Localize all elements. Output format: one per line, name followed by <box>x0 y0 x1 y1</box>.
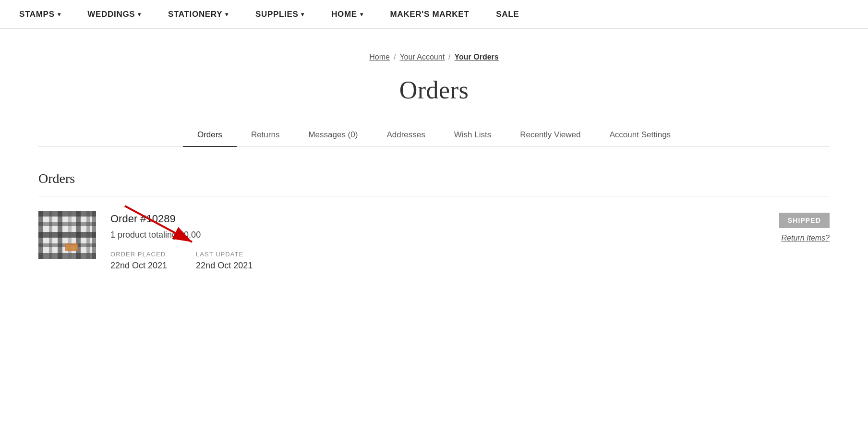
order-placed-label: ORDER PLACED <box>110 251 167 258</box>
nav-stamps-label: STAMPS <box>19 10 55 19</box>
tab-addresses[interactable]: Addresses <box>372 123 439 146</box>
nav-stationery[interactable]: STATIONERY ▾ <box>155 10 242 19</box>
svg-rect-8 <box>38 211 43 259</box>
tab-wish-lists[interactable]: Wish Lists <box>440 123 506 146</box>
order-last-update-value: 22nd Oct 2021 <box>196 261 253 270</box>
product-image-svg <box>38 211 96 259</box>
nav-weddings-chevron: ▾ <box>138 11 141 18</box>
nav-makers-market[interactable]: MAKER'S MARKET <box>377 10 483 19</box>
orders-section: Orders <box>38 171 830 285</box>
order-placed: ORDER PLACED 22nd Oct 2021 <box>110 251 167 271</box>
tab-messages[interactable]: Messages (0) <box>294 123 372 146</box>
main-navigation: STAMPS ▾ WEDDINGS ▾ STATIONERY ▾ SUPPLIE… <box>0 0 868 29</box>
nav-weddings[interactable]: WEDDINGS ▾ <box>74 10 155 19</box>
nav-supplies-label: SUPPLIES <box>255 10 299 19</box>
svg-rect-10 <box>58 211 62 259</box>
breadcrumb-account[interactable]: Your Account <box>399 53 445 61</box>
nav-makers-market-label: MAKER'S MARKET <box>390 10 470 19</box>
nav-sale[interactable]: SALE <box>482 10 532 19</box>
breadcrumb-home[interactable]: Home <box>369 53 390 61</box>
svg-rect-12 <box>76 211 81 259</box>
nav-stamps-chevron: ▾ <box>58 11 61 18</box>
nav-supplies-chevron: ▾ <box>301 11 304 18</box>
tab-returns[interactable]: Returns <box>237 123 294 146</box>
orders-heading: Orders <box>38 171 830 186</box>
nav-stamps[interactable]: STAMPS ▾ <box>19 10 74 19</box>
return-items-link[interactable]: Return Items? <box>782 234 830 242</box>
svg-rect-9 <box>49 211 52 259</box>
nav-home-chevron: ▾ <box>360 11 363 18</box>
account-tabs: Orders Returns Messages (0) Addresses Wi… <box>38 123 830 147</box>
nav-home-label: HOME <box>331 10 357 19</box>
nav-home[interactable]: HOME ▾ <box>318 10 376 19</box>
order-row: Order #10289 1 product totaling $0.00 OR… <box>38 196 830 285</box>
svg-rect-11 <box>68 211 72 259</box>
order-last-update: LAST UPDATE 22nd Oct 2021 <box>196 251 253 271</box>
nav-weddings-label: WEDDINGS <box>87 10 135 19</box>
order-product-image <box>38 211 96 259</box>
breadcrumb: Home / Your Account / Your Orders <box>0 53 868 61</box>
nav-supplies[interactable]: SUPPLIES ▾ <box>242 10 318 19</box>
breadcrumb-sep-2: / <box>448 53 450 61</box>
order-products: 1 product totaling $0.00 <box>110 230 738 240</box>
nav-stationery-chevron: ▾ <box>225 11 229 18</box>
order-status-badge: SHIPPED <box>779 213 830 228</box>
svg-rect-16 <box>66 245 77 250</box>
order-meta: ORDER PLACED 22nd Oct 2021 LAST UPDATE 2… <box>110 251 738 271</box>
tab-recently-viewed[interactable]: Recently Viewed <box>506 123 595 146</box>
tab-account-settings[interactable]: Account Settings <box>595 123 686 146</box>
svg-rect-13 <box>86 211 90 259</box>
order-last-update-label: LAST UPDATE <box>196 251 253 258</box>
nav-sale-label: SALE <box>496 10 519 19</box>
nav-stationery-label: STATIONERY <box>168 10 222 19</box>
breadcrumb-current: Your Orders <box>455 53 499 61</box>
order-number: Order #10289 <box>110 213 738 225</box>
breadcrumb-sep-1: / <box>394 53 396 61</box>
order-placed-value: 22nd Oct 2021 <box>110 261 167 270</box>
svg-rect-14 <box>92 211 96 259</box>
page-title: Orders <box>0 76 868 104</box>
tab-orders[interactable]: Orders <box>183 123 237 146</box>
order-info: Order #10289 1 product totaling $0.00 OR… <box>110 211 738 271</box>
order-right: SHIPPED Return Items? <box>753 211 830 242</box>
